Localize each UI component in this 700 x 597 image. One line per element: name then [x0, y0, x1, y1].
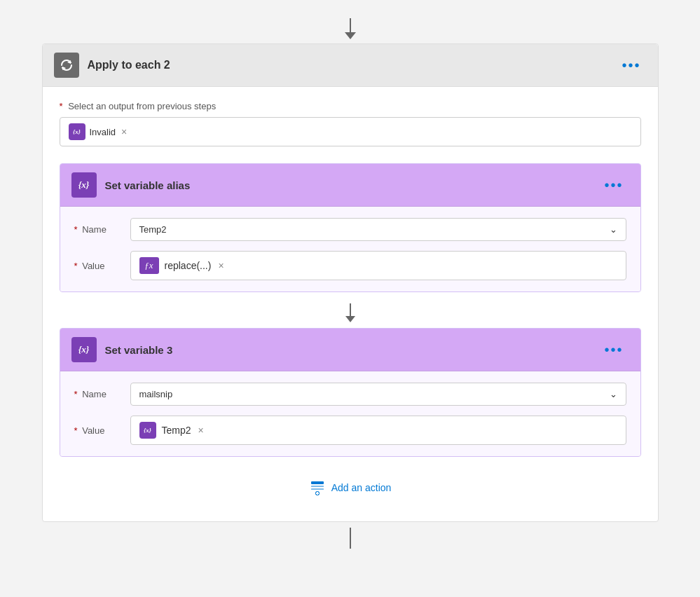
add-action-label: Add an action — [331, 482, 392, 493]
set-variable-alias-name-field: Temp2 ⌄ — [130, 218, 626, 241]
set-variable-alias-icon: {x} — [71, 172, 97, 198]
set-variable-3-value-text: Temp2 — [162, 425, 191, 436]
apply-each-card: Apply to each 2 ••• * Select an output f… — [42, 43, 659, 522]
set-variable-alias-value-field: ƒx replace(...) × — [130, 251, 626, 280]
add-action-button[interactable]: Add an action — [309, 479, 392, 496]
set-variable-3-name-field: mailsnip ⌄ — [130, 383, 626, 406]
set-variable-alias-value-close[interactable]: × — [217, 261, 225, 270]
set-variable-3-title: Set variable 3 — [105, 344, 173, 356]
set-variable-alias-value-label: * Value — [74, 261, 130, 271]
set-variable-3-value-close[interactable]: × — [197, 425, 205, 435]
set-variable-3-header: {x} Set variable 3 ••• — [60, 329, 640, 371]
chevron-down-icon-2: ⌄ — [610, 389, 617, 399]
apply-each-body: * Select an output from previous steps {… — [43, 87, 658, 521]
canvas: Apply to each 2 ••• * Select an output f… — [0, 14, 700, 554]
invalid-tag-text: Invalid — [90, 127, 116, 137]
set-variable-alias-value-input[interactable]: ƒx replace(...) × — [130, 251, 626, 280]
apply-each-title: Apply to each 2 — [88, 59, 170, 71]
set-variable-3-name-label: * Name — [74, 389, 130, 399]
set-variable-alias-title: Set variable alias — [105, 179, 191, 191]
set-variable-3-card: {x} Set variable 3 ••• * Name — [60, 328, 641, 457]
set-variable-3-value-field: {x} Temp2 × — [130, 416, 626, 445]
set-variable-3-name-value: mailsnip — [139, 389, 173, 399]
select-output-input[interactable]: {x} Invalid × — [60, 117, 641, 146]
connector-line-top — [350, 18, 351, 32]
set-variable-alias-name-value: Temp2 — [139, 224, 167, 235]
set-variable-3-value-input[interactable]: {x} Temp2 × — [130, 416, 626, 445]
set-variable-alias-card: {x} Set variable alias ••• * Name — [60, 163, 641, 292]
add-action-icon — [309, 479, 326, 496]
add-action-section: Add an action — [60, 462, 641, 507]
set-variable-3-name-row: * Name mailsnip ⌄ — [74, 383, 626, 406]
apply-each-more-options[interactable]: ••• — [616, 55, 646, 76]
inner-connector-line — [350, 303, 351, 316]
set-variable-3-value-tag-icon: {x} — [139, 422, 156, 439]
set-variable-alias-header-left: {x} Set variable alias — [71, 172, 191, 198]
add-action-svg-icon — [309, 479, 326, 496]
set-variable-alias-name-row: * Name Temp2 ⌄ — [74, 218, 626, 241]
top-connector — [0, 14, 700, 43]
select-output-section: * Select an output from previous steps {… — [60, 101, 641, 146]
set-variable-3-value-row: * Value {x} Temp2 × — [74, 416, 626, 445]
set-variable-alias-name-dropdown[interactable]: Temp2 ⌄ — [130, 218, 626, 241]
inner-connector-arrow — [345, 316, 355, 322]
set-variable-3-value-label: * Value — [74, 425, 130, 436]
set-variable-3-icon: {x} — [71, 337, 97, 362]
inner-connector — [60, 298, 641, 328]
bottom-connector — [350, 522, 351, 554]
apply-each-icon — [54, 53, 79, 78]
set-variable-alias-value-row: * Value ƒx replace(...) × — [74, 251, 626, 280]
svg-rect-3 — [311, 486, 324, 487]
set-variable-3-header-left: {x} Set variable 3 — [71, 337, 173, 362]
set-variable-alias-header: {x} Set variable alias ••• — [60, 164, 640, 207]
set-variable-alias-name-label: * Name — [74, 224, 130, 235]
apply-each-header: Apply to each 2 ••• — [43, 44, 658, 87]
set-variable-3-name-dropdown[interactable]: mailsnip ⌄ — [130, 383, 626, 406]
invalid-tag-icon: {x} — [69, 123, 85, 140]
fx-icon: ƒx — [139, 257, 159, 274]
required-star-output: * — [60, 101, 63, 111]
bottom-line — [350, 528, 351, 549]
invalid-tag-close[interactable]: × — [120, 127, 128, 137]
set-variable-alias-more-options[interactable]: ••• — [598, 174, 629, 196]
set-variable-alias-body: * Name Temp2 ⌄ * — [60, 207, 640, 291]
svg-rect-4 — [311, 488, 324, 490]
set-variable-3-body: * Name mailsnip ⌄ * — [60, 371, 640, 456]
select-output-label: * Select an output from previous steps — [60, 101, 641, 111]
loop-icon — [60, 58, 74, 72]
connector-arrow-top — [345, 32, 356, 39]
svg-rect-7 — [316, 493, 319, 494]
invalid-tag: {x} Invalid × — [69, 123, 129, 140]
chevron-down-icon: ⌄ — [610, 224, 617, 235]
select-output-label-text: Select an output from previous steps — [68, 101, 216, 111]
set-variable-alias-value-text: replace(...) — [165, 260, 212, 271]
set-variable-3-more-options[interactable]: ••• — [598, 339, 629, 361]
svg-rect-2 — [311, 481, 324, 484]
apply-each-header-left: Apply to each 2 — [54, 53, 170, 78]
